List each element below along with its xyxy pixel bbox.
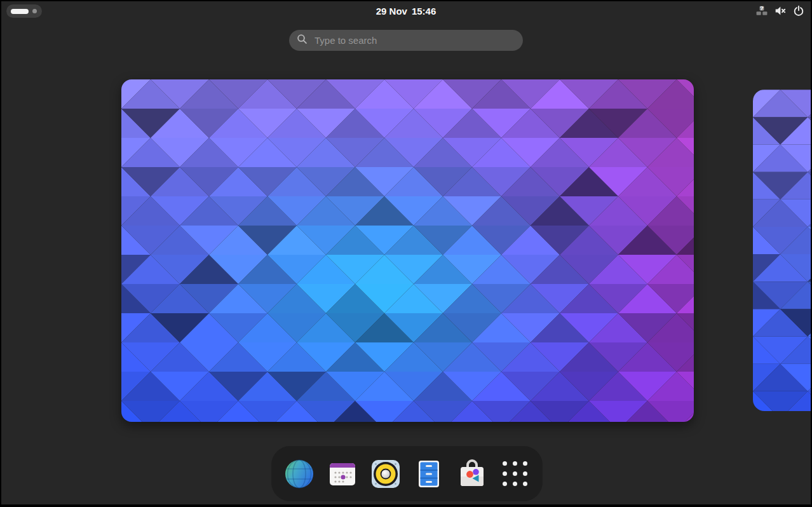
- clock-time: 15:46: [412, 6, 436, 17]
- clock-menu-button[interactable]: 29 Nov 15:46: [1, 1, 811, 20]
- dock-item-files[interactable]: [414, 459, 444, 489]
- speaker-icon: [370, 458, 402, 490]
- software-bag-icon: [456, 458, 488, 490]
- gnome-activities-overview: 29 Nov 15:46 ?: [0, 0, 812, 507]
- search-entry[interactable]: [289, 30, 523, 51]
- network-unknown-icon[interactable]: ?: [756, 5, 768, 17]
- web-browser-icon: [284, 459, 315, 489]
- workspace-thumbnail-2[interactable]: [753, 90, 812, 411]
- calendar-icon: [327, 459, 358, 489]
- volume-muted-icon[interactable]: [775, 5, 786, 17]
- search-input[interactable]: [313, 34, 515, 46]
- dash: [271, 446, 543, 501]
- dock-item-web-browser[interactable]: [284, 459, 315, 489]
- workspace-thumbnail-1[interactable]: [121, 79, 694, 422]
- wallpaper-1: [121, 79, 694, 422]
- search-icon: [297, 34, 308, 47]
- wallpaper-2: [753, 90, 812, 411]
- dock-item-show-apps[interactable]: [500, 459, 531, 489]
- search-row: [1, 30, 811, 51]
- dock-item-software-store[interactable]: [457, 459, 487, 489]
- show-apps-grid-icon: [503, 461, 527, 486]
- svg-text:?: ?: [760, 5, 764, 11]
- quick-settings-area[interactable]: ?: [756, 1, 804, 20]
- clock-date: 29 Nov: [376, 6, 407, 17]
- top-bar: 29 Nov 15:46 ?: [1, 1, 811, 20]
- file-cabinet-icon: [414, 459, 444, 489]
- power-icon[interactable]: [793, 5, 804, 17]
- dock-item-music-player[interactable]: [370, 459, 401, 489]
- dock-item-calendar[interactable]: [327, 459, 358, 489]
